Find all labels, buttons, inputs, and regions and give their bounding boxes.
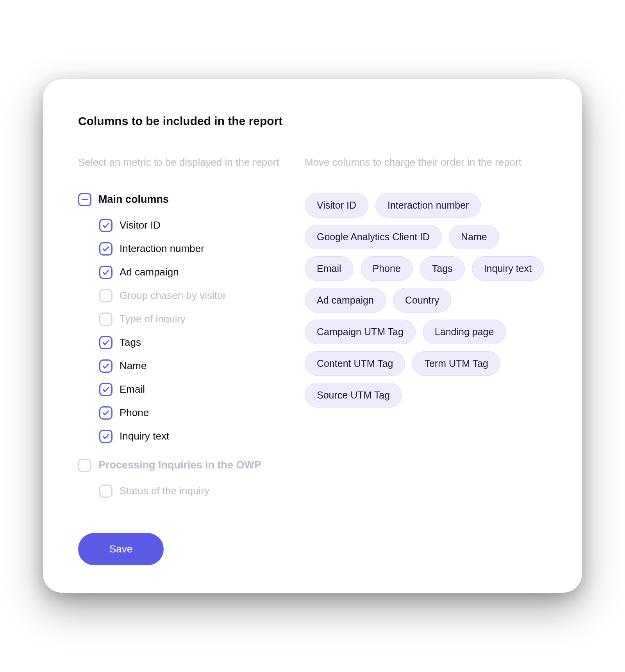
indeterminate-checkbox-icon[interactable] (78, 193, 91, 206)
checked-checkbox-icon[interactable] (99, 266, 112, 279)
option-item[interactable]: Visitor ID (99, 219, 281, 232)
option-label: Email (120, 383, 145, 395)
option-item[interactable]: Ad campaign (99, 266, 281, 279)
checked-checkbox-icon[interactable] (99, 242, 112, 256)
option-item[interactable]: Status of the inquiry (99, 484, 281, 498)
left-subtext: Select an metric to be displayed in the … (78, 155, 281, 169)
column-chip[interactable]: Name (449, 225, 499, 249)
option-label: Ad campaign (120, 266, 179, 278)
checked-checkbox-icon[interactable] (99, 406, 112, 420)
option-label: Group chasen by visitor (120, 290, 226, 302)
column-chip[interactable]: Content UTM Tag (305, 351, 405, 376)
option-label: Phone (120, 407, 149, 419)
option-item[interactable]: Name (99, 359, 281, 373)
two-column-layout: Select an metric to be displayed in the … (78, 155, 547, 513)
checked-checkbox-icon[interactable] (99, 359, 112, 373)
option-item[interactable]: Group chasen by visitor (99, 289, 281, 302)
column-chip[interactable]: Inquiry text (472, 256, 544, 281)
report-columns-panel: Columns to be included in the report Sel… (43, 79, 582, 592)
option-label: Name (120, 360, 146, 372)
column-chip[interactable]: Tags (420, 256, 465, 281)
panel-title: Columns to be included in the report (78, 114, 547, 128)
metrics-selection-column: Select an metric to be displayed in the … (78, 155, 281, 513)
right-subtext: Move columns to charge their order in th… (305, 155, 547, 169)
group-header[interactable]: Main columns (78, 193, 281, 206)
option-item[interactable]: Email (99, 383, 281, 396)
option-item[interactable]: Interaction number (99, 242, 281, 256)
checked-checkbox-icon[interactable] (99, 383, 112, 396)
option-label: Inquiry text (120, 430, 169, 442)
option-label: Interaction number (120, 243, 204, 255)
column-chip[interactable]: Campaign UTM Tag (305, 320, 416, 344)
option-item[interactable]: Tags (99, 336, 281, 349)
column-chip[interactable]: Interaction number (375, 193, 481, 218)
column-chip[interactable]: Source UTM Tag (305, 383, 402, 407)
option-item[interactable]: Inquiry text (99, 430, 281, 443)
option-item[interactable]: Phone (99, 406, 281, 420)
unchecked-checkbox-icon[interactable] (99, 289, 112, 302)
unchecked-checkbox-icon[interactable] (78, 459, 91, 472)
option-label: Visitor ID (120, 219, 161, 231)
checked-checkbox-icon[interactable] (99, 430, 112, 443)
unchecked-checkbox-icon[interactable] (99, 484, 112, 498)
checked-checkbox-icon[interactable] (99, 336, 112, 349)
column-chip[interactable]: Visitor ID (305, 193, 368, 218)
column-chip[interactable]: Term UTM Tag (412, 351, 500, 376)
option-label: Tags (120, 336, 141, 349)
column-chip[interactable]: Landing page (423, 320, 506, 344)
group-label: Processing Inquiries in the OWP (98, 459, 261, 471)
chips-container: Visitor IDInteraction numberGoogle Analy… (305, 193, 547, 407)
save-button[interactable]: Save (78, 533, 164, 565)
option-list: Status of the inquiry (78, 484, 281, 498)
column-chip[interactable]: Ad campaign (305, 288, 386, 313)
option-item[interactable]: Type of inquiry (99, 313, 281, 326)
group-label: Main columns (98, 193, 169, 206)
checked-checkbox-icon[interactable] (99, 219, 112, 232)
option-label: Status of the inquiry (120, 485, 209, 497)
column-chip[interactable]: Country (393, 288, 452, 313)
column-order-column: Move columns to charge their order in th… (305, 155, 547, 513)
column-chip[interactable]: Phone (361, 256, 413, 281)
column-chip[interactable]: Google Analytics Client ID (305, 225, 442, 249)
group-header[interactable]: Processing Inquiries in the OWP (78, 459, 281, 472)
option-label: Type of inquiry (120, 313, 186, 325)
column-chip[interactable]: Email (305, 256, 354, 281)
option-list: Visitor IDInteraction numberAd campaignG… (78, 219, 281, 443)
unchecked-checkbox-icon[interactable] (99, 313, 112, 326)
